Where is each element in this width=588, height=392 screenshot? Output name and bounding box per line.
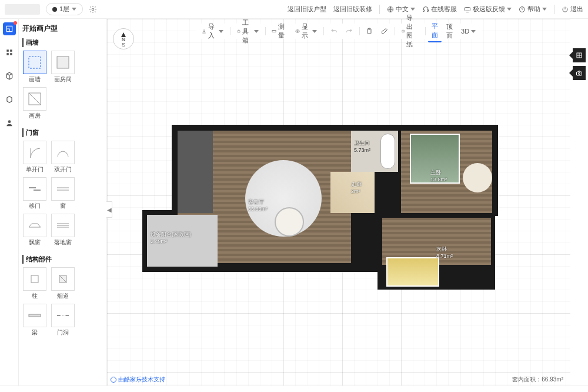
rail-item-templates[interactable] [3, 46, 16, 59]
svg-rect-41 [577, 72, 582, 75]
undo-button[interactable] [326, 26, 340, 36]
tool-doorway[interactable]: 门洞 [51, 304, 75, 337]
section-label: 结构部件 [22, 255, 103, 264]
collapse-sidebar-button[interactable]: ◀ [106, 201, 112, 218]
rail-item-user[interactable] [3, 117, 16, 129]
floor-selector[interactable]: 1层 [46, 3, 83, 15]
fast-feedback-link[interactable]: 极速版反馈 [464, 5, 512, 14]
svg-rect-2 [423, 9, 425, 11]
chevron-down-icon [471, 30, 476, 33]
canvas-toolbar: 导入 工具箱 测量 显示 导出图纸 平面 顶面 3D [196, 24, 482, 39]
tool-single-door[interactable]: 单开门 [22, 141, 47, 174]
svg-point-42 [579, 73, 580, 75]
hexagon-icon [5, 95, 14, 104]
divider [379, 5, 380, 14]
brand-support-footer: 由酷家乐技术支持 [111, 376, 165, 384]
online-support-link[interactable]: 在线客服 [422, 5, 457, 14]
right-tab-grid[interactable] [573, 48, 586, 62]
bay-window-icon [27, 218, 42, 233]
tool-draw-room[interactable]: 画房间 [51, 51, 75, 84]
room-label-living: 客餐厅33.66m² [248, 198, 268, 212]
tool-bay-window[interactable]: 飘窗 [22, 214, 47, 247]
undo-icon [330, 28, 337, 35]
import-icon [202, 28, 206, 35]
erase-button[interactable] [377, 26, 392, 36]
top-bar: 1层 返回旧版户型 返回旧版装修 中文 在线客服 极速版反馈 帮助 退出 [0, 0, 588, 19]
redo-icon [345, 28, 352, 35]
globe-icon [387, 6, 394, 13]
tool-french-window[interactable]: 落地窗 [51, 214, 75, 247]
tool-double-door[interactable]: 双开门 [51, 141, 75, 174]
grid-icon [576, 52, 583, 59]
ruler-icon [272, 28, 276, 35]
area-icon [27, 91, 42, 107]
eye-icon [295, 28, 300, 35]
redo-button[interactable] [342, 26, 356, 36]
single-door-icon [27, 145, 42, 160]
view-plan-tab[interactable]: 平面 [428, 20, 442, 42]
right-tab-camera[interactable] [573, 66, 586, 80]
svg-rect-10 [10, 53, 12, 55]
tool-beam[interactable]: 梁 [22, 304, 47, 337]
notification-dot-icon [14, 21, 17, 25]
svg-rect-7 [6, 49, 9, 52]
flue-icon [55, 271, 71, 287]
svg-rect-3 [427, 9, 429, 11]
room-label-bedroom2: 次卧8.71m² [436, 245, 453, 259]
gear-icon[interactable] [89, 5, 97, 14]
return-old-decor-link[interactable]: 返回旧版装修 [333, 5, 372, 14]
view-3d-tab[interactable]: 3D [457, 26, 479, 36]
tool-draw-wall[interactable]: 画墙 [22, 51, 47, 84]
svg-rect-9 [6, 53, 9, 55]
tool-window[interactable]: 窗 [51, 177, 75, 210]
user-icon [5, 119, 14, 127]
double-door-icon [55, 145, 71, 160]
section-walls: 画墙 画墙 画房间 画房 [22, 38, 103, 120]
rail-item-floorplan[interactable] [3, 22, 16, 35]
rail-item-materials[interactable] [3, 93, 16, 106]
logout-button[interactable]: 退出 [562, 5, 583, 14]
clipboard-icon [366, 28, 373, 35]
svg-rect-13 [57, 57, 69, 68]
toolbox-button[interactable]: 工具箱 [233, 16, 262, 46]
chevron-down-icon [312, 30, 317, 33]
floor-dot-icon [52, 7, 57, 12]
floor-plan-icon [5, 25, 14, 33]
area-readout: 套内面积：66.93m² [512, 376, 563, 384]
tool-column[interactable]: 柱 [22, 267, 47, 300]
room-icon [55, 55, 71, 70]
export-icon [401, 28, 405, 35]
tool-draw-area[interactable]: 画房 [22, 87, 47, 120]
help-link[interactable]: 帮助 [519, 5, 547, 14]
bottom-bar [0, 386, 588, 392]
rail-item-models[interactable] [3, 69, 16, 82]
display-button[interactable]: 显示 [292, 21, 320, 42]
svg-rect-4 [465, 7, 470, 11]
compass[interactable]: N S [113, 28, 134, 49]
clipboard-button[interactable] [362, 26, 376, 36]
svg-rect-32 [237, 31, 239, 32]
room-label-balcony: 设备阳台(家政区)2.49m² [151, 231, 191, 244]
export-drawing-button[interactable]: 导出图纸 [397, 12, 422, 51]
room-label-corridor: 走廊2m² [351, 181, 362, 194]
tool-flue[interactable]: 烟道 [51, 267, 75, 300]
tool-sliding-door[interactable]: 移门 [22, 177, 47, 210]
svg-point-0 [92, 8, 94, 11]
column-icon [27, 271, 42, 287]
view-ceiling-tab[interactable]: 顶面 [443, 21, 456, 42]
floor-plan-drawing[interactable]: 客餐厅33.66m² 设备阳台(家政区)2.49m² 卫生间5.73m² 走廊2… [142, 104, 495, 281]
camera-icon [576, 69, 583, 77]
side-panel-title: 开始画户型 [22, 24, 103, 34]
return-old-layout-link[interactable]: 返回旧版户型 [288, 5, 326, 14]
window-icon [55, 181, 71, 197]
brand-logo [5, 4, 40, 15]
sliding-door-icon [27, 181, 42, 197]
svg-point-34 [297, 31, 298, 32]
canvas[interactable]: ◀ N S 导入 工具箱 测量 显示 导出图纸 平面 顶面 3D 客餐厅33.6… [107, 19, 570, 386]
help-icon [519, 6, 526, 13]
import-button[interactable]: 导入 [198, 21, 227, 42]
measure-button[interactable]: 测量 [268, 21, 290, 42]
svg-line-15 [29, 93, 41, 105]
section-doors-windows: 门窗 单开门 双开门 移门 窗 飘窗 落地窗 [22, 128, 103, 247]
beam-icon [27, 308, 42, 323]
